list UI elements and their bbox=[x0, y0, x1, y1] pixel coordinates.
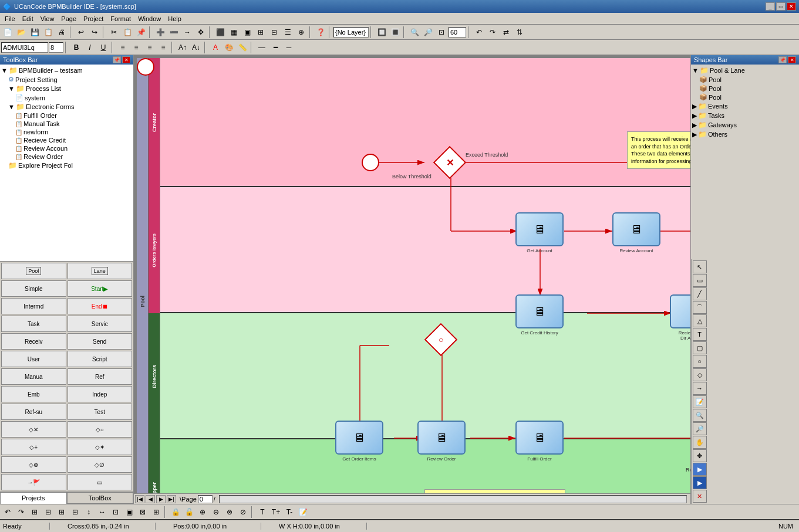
tb-add[interactable]: ➕ bbox=[154, 26, 167, 39]
tb-undo[interactable]: ↩ bbox=[75, 26, 87, 39]
si-roundrect[interactable]: ▢ bbox=[693, 341, 707, 354]
toolbox-close[interactable]: ✕ bbox=[122, 56, 130, 63]
si-zoom-out[interactable]: 🔎 bbox=[693, 422, 707, 435]
shapes-events[interactable]: ▶ 📁 Events bbox=[692, 101, 798, 111]
bt-3[interactable]: ⊞ bbox=[28, 506, 41, 519]
menu-view[interactable]: View bbox=[37, 14, 58, 23]
tb-font-down[interactable]: A↓ bbox=[190, 41, 203, 54]
node-get-account[interactable]: 🖥 Get Account bbox=[515, 212, 564, 253]
bt-2[interactable]: ↷ bbox=[15, 506, 28, 519]
bt-14[interactable]: 🔓 bbox=[183, 506, 195, 519]
shape-pool[interactable]: Pool bbox=[1, 263, 66, 279]
tb-saveas[interactable]: 📋 bbox=[42, 26, 55, 39]
node-review-order[interactable]: 🖥 Review Order bbox=[417, 421, 466, 462]
tb-font-color[interactable]: A bbox=[209, 41, 222, 54]
shapes-gateways[interactable]: ▶ 📁 Gateways bbox=[692, 120, 798, 130]
menu-format[interactable]: Format bbox=[107, 14, 134, 23]
tree-explore-project[interactable]: 📁 Explore Project Fol bbox=[8, 161, 132, 170]
menu-edit[interactable]: Edit bbox=[19, 14, 37, 23]
tb-b2[interactable]: ▦ bbox=[227, 26, 240, 39]
tb-align-left[interactable]: ≡ bbox=[116, 41, 129, 54]
tb-cut[interactable]: ✂ bbox=[107, 26, 120, 39]
bt-7[interactable]: ↕ bbox=[82, 506, 95, 519]
tb-bold[interactable]: B bbox=[70, 41, 83, 54]
si-select[interactable]: ▭ bbox=[693, 274, 707, 287]
si-curve[interactable]: ⌒ bbox=[693, 301, 707, 314]
tb-zoom-in[interactable]: 🔎 bbox=[422, 26, 434, 39]
node-get-order-items[interactable]: 🖥 Get Order Items bbox=[335, 421, 383, 462]
tb-b3[interactable]: ▣ bbox=[241, 26, 254, 39]
tree-project-setting[interactable]: ⚙ Project Setting bbox=[8, 75, 132, 84]
restore-btn[interactable]: ▭ bbox=[776, 2, 785, 11]
tb-redo[interactable]: ↪ bbox=[88, 26, 101, 39]
shape-test[interactable]: Test bbox=[68, 404, 133, 420]
tb-arrow[interactable]: → bbox=[181, 26, 194, 39]
tb-line-color[interactable]: 📏 bbox=[236, 41, 249, 54]
shapes-tasks[interactable]: ▶ 📁 Tasks bbox=[692, 111, 798, 120]
tb-zoom-fit[interactable]: ⊡ bbox=[435, 26, 448, 39]
page-number[interactable] bbox=[198, 495, 213, 503]
shapes-others[interactable]: ▶ 📁 Others bbox=[692, 130, 798, 139]
bt-1[interactable]: ↶ bbox=[1, 506, 14, 519]
si-ellipse[interactable]: ○ bbox=[693, 355, 707, 368]
menu-help[interactable]: Help bbox=[164, 14, 185, 23]
menu-file[interactable]: File bbox=[1, 14, 19, 23]
tab-projects[interactable]: Projects bbox=[0, 492, 67, 504]
menu-page[interactable]: Page bbox=[58, 14, 80, 23]
shapes-pool-lane[interactable]: ▼ 📁 Pool & Lane bbox=[692, 66, 798, 75]
shapes-pool3[interactable]: 📦 Pool bbox=[699, 93, 798, 101]
bt-11[interactable]: ⊠ bbox=[136, 506, 149, 519]
tb-italic[interactable]: I bbox=[83, 41, 96, 54]
si-note[interactable]: 📝 bbox=[693, 395, 707, 408]
zoom-input[interactable] bbox=[449, 27, 466, 38]
tb-line-width[interactable]: ━ bbox=[269, 41, 282, 54]
shape-rect[interactable]: ▭ bbox=[68, 474, 133, 490]
si-blue1[interactable]: ▶ bbox=[693, 463, 707, 476]
si-move[interactable]: ✥ bbox=[693, 449, 707, 462]
tb-line-w2[interactable]: ─ bbox=[282, 41, 295, 54]
tb-underline[interactable]: U bbox=[97, 41, 110, 54]
shape-or-g[interactable]: ◇○ bbox=[68, 421, 133, 438]
toolbox-pin[interactable]: 📌 bbox=[113, 56, 121, 63]
si-x[interactable]: ✕ bbox=[693, 490, 707, 503]
bt-15[interactable]: ⊕ bbox=[196, 506, 209, 519]
tb-minus[interactable]: ➖ bbox=[167, 26, 180, 39]
si-arrow[interactable]: ↖ bbox=[693, 260, 707, 273]
node-start[interactable] bbox=[137, 58, 154, 76]
tree-recieve-credit[interactable]: 📋 Recieve Credit bbox=[15, 136, 132, 144]
si-line[interactable]: ╱ bbox=[693, 287, 707, 300]
tree-review-account[interactable]: 📋 Review Accoun bbox=[15, 144, 132, 153]
shape-service[interactable]: Servic bbox=[68, 316, 133, 332]
shape-task[interactable]: Task bbox=[1, 316, 66, 332]
shape-event-g[interactable]: ◇⊕ bbox=[1, 456, 66, 473]
bt-16[interactable]: ⊖ bbox=[210, 506, 222, 519]
shape-misc[interactable]: ◇∅ bbox=[68, 456, 133, 473]
bt-6[interactable]: ⊟ bbox=[69, 506, 82, 519]
tb-b1[interactable]: ⬛ bbox=[214, 26, 227, 39]
shape-receive[interactable]: Receiv bbox=[1, 333, 66, 350]
bt-9[interactable]: ⊡ bbox=[109, 506, 122, 519]
shape-start[interactable]: Start▶ bbox=[68, 280, 133, 297]
shape-indep[interactable]: Indep bbox=[68, 386, 133, 402]
shapes-pool[interactable]: 📦 Pool bbox=[699, 75, 798, 84]
shape-intermed[interactable]: Intermd bbox=[1, 298, 66, 314]
page-scrollbar[interactable] bbox=[219, 495, 687, 503]
tb-zoom-out2[interactable]: 🔍 bbox=[408, 26, 421, 39]
tb-copy[interactable]: 📋 bbox=[121, 26, 134, 39]
tb-align-right[interactable]: ≡ bbox=[143, 41, 156, 54]
node-review-account[interactable]: 🖥 Review Account bbox=[612, 212, 660, 253]
tab-toolbox[interactable]: ToolBox bbox=[67, 492, 134, 504]
bt-10[interactable]: ▣ bbox=[123, 506, 136, 519]
shape-user[interactable]: User bbox=[1, 351, 66, 367]
tb-new[interactable]: 📄 bbox=[1, 26, 14, 39]
node-gateway1[interactable]: ✕ bbox=[438, 151, 461, 174]
tb-r3[interactable]: ⇄ bbox=[500, 26, 513, 39]
menu-window[interactable]: Window bbox=[134, 14, 164, 23]
tb-r4[interactable]: ⇅ bbox=[513, 26, 526, 39]
shape-complex-g[interactable]: ◇✶ bbox=[68, 439, 133, 455]
minimize-btn[interactable]: _ bbox=[766, 2, 775, 11]
shapes-close[interactable]: ✕ bbox=[788, 56, 796, 63]
shape-send[interactable]: Send bbox=[68, 333, 133, 350]
bt-5[interactable]: ⊞ bbox=[55, 506, 68, 519]
shape-arrow-r[interactable]: →🚩 bbox=[1, 474, 66, 490]
